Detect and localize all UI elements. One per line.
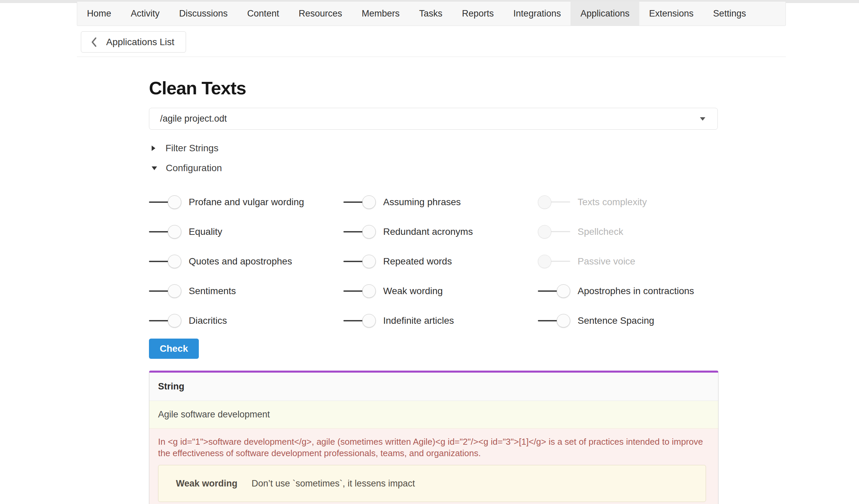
toggle-assuming-phrases[interactable] (343, 195, 376, 209)
issue-message: Don’t use `sometimes`, it lessens impact (252, 478, 415, 489)
toggle-knob (557, 284, 570, 298)
toggle-label-repeated-words: Repeated words (383, 256, 452, 267)
filter-strings-label: Filter Strings (165, 143, 218, 154)
chevron-left-icon (91, 37, 97, 47)
page-title: Clean Texts (149, 77, 246, 98)
toggle-label-sentence-spacing: Sentence Spacing (577, 315, 654, 326)
toggle-label-redundant-acronyms: Redundant acronyms (383, 226, 473, 237)
toggle-sentence-spacing[interactable] (538, 314, 570, 327)
toggle-row-apostrophes-in-contractions: Apostrophes in contractions (538, 276, 732, 306)
top-nav: HomeActivityDiscussionsContentResourcesM… (77, 2, 786, 26)
toggle-label-sentiments: Sentiments (189, 286, 236, 296)
toggle-row-quotes-and-apostrophes: Quotes and apostrophes (149, 247, 343, 276)
toggle-knob (168, 225, 181, 239)
toggle-track (343, 231, 365, 232)
tab-content[interactable]: Content (238, 2, 289, 26)
toggle-row-sentiments: Sentiments (149, 276, 343, 306)
toggle-label-quotes-and-apostrophes: Quotes and apostrophes (189, 256, 292, 267)
back-button-label: Applications List (106, 37, 174, 47)
tab-home[interactable]: Home (77, 2, 121, 26)
issue-box: Weak wording Don’t use `sometimes`, it l… (158, 465, 706, 502)
tab-activity[interactable]: Activity (121, 2, 169, 26)
configuration-section-toggle[interactable]: Configuration (152, 163, 222, 173)
file-select-dropdown[interactable]: /agile project.odt (149, 108, 718, 130)
toggle-row-diacritics: Diacritics (149, 306, 343, 336)
issue-type-label: Weak wording (176, 478, 238, 489)
toggle-knob (362, 284, 376, 298)
toggle-equality[interactable] (149, 225, 181, 239)
toggle-label-indefinite-articles: Indefinite articles (383, 315, 454, 326)
toggle-row-assuming-phrases: Assuming phrases (343, 187, 538, 217)
file-select-value: /agile project.odt (160, 113, 700, 124)
tab-settings[interactable]: Settings (703, 2, 756, 26)
toggle-row-sentence-spacing: Sentence Spacing (538, 306, 732, 336)
toggle-track (538, 290, 559, 292)
toggle-repeated-words[interactable] (343, 255, 376, 268)
toggle-indefinite-articles[interactable] (343, 314, 376, 327)
toggle-label-texts-complexity: Texts complexity (577, 197, 647, 208)
toggle-label-apostrophes-in-contractions: Apostrophes in contractions (577, 286, 694, 296)
toggle-diacritics[interactable] (149, 314, 181, 327)
tab-resources[interactable]: Resources (289, 2, 352, 26)
toggle-row-repeated-words: Repeated words (343, 247, 538, 276)
toggle-texts-complexity[interactable] (538, 195, 570, 209)
toggle-row-texts-complexity: Texts complexity (538, 187, 732, 217)
toggle-track (538, 320, 559, 321)
chevron-down-icon (700, 117, 705, 121)
toggle-weak-wording[interactable] (343, 284, 376, 298)
toggle-spellcheck[interactable] (538, 225, 570, 239)
toggle-apostrophes-in-contractions[interactable] (538, 284, 570, 298)
toggle-label-profane-and-vulgar-wording: Profane and vulgar wording (189, 197, 304, 208)
tab-integrations[interactable]: Integrations (503, 2, 571, 26)
result-panel: String Agile software development In <g … (149, 371, 719, 504)
tab-reports[interactable]: Reports (452, 2, 504, 26)
toggle-track (343, 261, 365, 262)
toggle-label-equality: Equality (189, 226, 222, 237)
toggle-track (149, 290, 170, 292)
filter-strings-section-toggle[interactable]: Filter Strings (152, 143, 218, 154)
toggle-knob (168, 314, 181, 327)
tab-tasks[interactable]: Tasks (409, 2, 452, 26)
toggle-redundant-acronyms[interactable] (343, 225, 376, 239)
toggle-track (149, 231, 170, 232)
tab-extensions[interactable]: Extensions (639, 2, 703, 26)
toggle-track (149, 320, 170, 321)
toggle-label-diacritics: Diacritics (189, 315, 227, 326)
toggle-track (343, 201, 365, 203)
tab-applications[interactable]: Applications (571, 2, 639, 26)
toggle-knob (557, 314, 570, 327)
result-string-row[interactable]: Agile software development (149, 401, 718, 429)
toggle-label-weak-wording: Weak wording (383, 286, 443, 296)
tab-members[interactable]: Members (352, 2, 409, 26)
toggle-row-profane-and-vulgar-wording: Profane and vulgar wording (149, 187, 343, 217)
triangle-down-icon (152, 166, 157, 170)
tab-discussions[interactable]: Discussions (169, 2, 238, 26)
error-string-text: In <g id="1">software development</g>, a… (158, 436, 706, 459)
toggle-passive-voice[interactable] (538, 255, 570, 268)
toggle-label-passive-voice: Passive voice (577, 256, 635, 267)
toggle-knob (362, 225, 376, 239)
toggle-knob (538, 195, 551, 209)
result-error-section: In <g id="1">software development</g>, a… (149, 429, 718, 504)
toggle-profane-and-vulgar-wording[interactable] (149, 195, 181, 209)
toggle-row-indefinite-articles: Indefinite articles (343, 306, 538, 336)
result-header: String (149, 372, 718, 401)
toggle-label-assuming-phrases: Assuming phrases (383, 197, 461, 208)
toggle-track (149, 261, 170, 262)
applications-list-back-button[interactable]: Applications List (81, 31, 186, 52)
configuration-label: Configuration (166, 163, 222, 173)
toggle-knob (362, 314, 376, 327)
check-button[interactable]: Check (149, 339, 199, 359)
triangle-right-icon (152, 146, 155, 151)
toggle-row-weak-wording: Weak wording (343, 276, 538, 306)
toggle-track (343, 320, 365, 321)
toggle-label-spellcheck: Spellcheck (577, 226, 623, 237)
toggle-sentiments[interactable] (149, 284, 181, 298)
toggle-row-spellcheck: Spellcheck (538, 217, 732, 247)
toggle-row-passive-voice: Passive voice (538, 247, 732, 276)
toggle-knob (168, 284, 181, 298)
configuration-toggle-grid: Profane and vulgar wordingEqualityQuotes… (149, 187, 732, 336)
toggle-quotes-and-apostrophes[interactable] (149, 255, 181, 268)
toggle-track (149, 201, 170, 203)
toggle-knob (362, 255, 376, 268)
